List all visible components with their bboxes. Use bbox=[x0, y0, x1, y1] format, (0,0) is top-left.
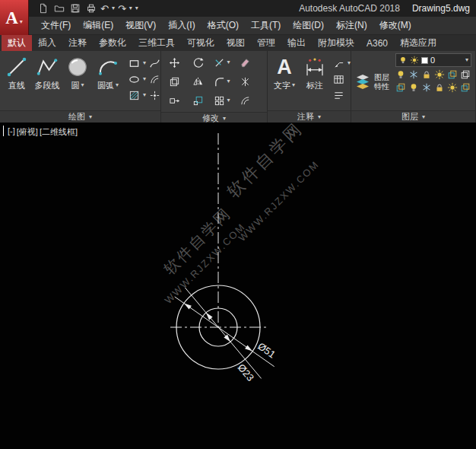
layer-lock-icon[interactable] bbox=[421, 69, 432, 80]
revision-cloud-icon[interactable] bbox=[148, 73, 161, 85]
polyline-label: 多段线 bbox=[35, 81, 60, 90]
explode-icon[interactable] bbox=[239, 75, 252, 88]
tab-parametric[interactable]: 参数化 bbox=[93, 35, 132, 51]
tab-featured-apps[interactable]: 精选应用 bbox=[394, 35, 443, 51]
stretch-icon[interactable] bbox=[168, 94, 181, 107]
layer-properties-button[interactable]: 图层特性 bbox=[351, 51, 394, 110]
circle-button[interactable]: 圆▾ bbox=[63, 53, 92, 110]
tab-a360[interactable]: A360 bbox=[360, 35, 394, 51]
text-style-icon[interactable] bbox=[332, 89, 345, 101]
tab-view[interactable]: 视图 bbox=[221, 35, 251, 51]
text-button[interactable]: A 文字▾ bbox=[270, 53, 299, 110]
menu-edit[interactable]: 编辑(E) bbox=[77, 17, 119, 34]
text-dropdown-icon[interactable]: ▾ bbox=[292, 82, 295, 88]
tab-3d-tools[interactable]: 三维工具 bbox=[132, 35, 181, 51]
layer-dropdown[interactable]: 0 ▾ bbox=[395, 53, 471, 67]
menu-format[interactable]: 格式(O) bbox=[202, 17, 245, 34]
viewport-visual-style-button[interactable]: [二维线框] bbox=[39, 126, 78, 138]
layer-thaw-icon[interactable] bbox=[421, 82, 432, 93]
tab-add-ins[interactable]: 附加模块 bbox=[312, 35, 360, 51]
menu-dimension[interactable]: 标注(N) bbox=[330, 17, 373, 34]
layer-properties-label: 图层特性 bbox=[374, 73, 392, 91]
modify-tools-grid: ▾ ▾ ▾ bbox=[161, 51, 259, 112]
copy-icon[interactable] bbox=[168, 75, 181, 88]
annotation-tools-column: ▾ bbox=[332, 53, 351, 110]
dimensions[interactable]: Ø51 Ø23 bbox=[175, 288, 278, 384]
rectangle-icon[interactable] bbox=[128, 57, 141, 69]
layer-viewport-icon[interactable] bbox=[447, 82, 458, 93]
viewport-menu-button[interactable]: [-] bbox=[7, 126, 16, 138]
layer-on-bulb-icon bbox=[398, 56, 408, 65]
layer-make-current-icon[interactable] bbox=[395, 82, 406, 93]
menu-file[interactable]: 文件(F) bbox=[35, 17, 77, 34]
arc-dropdown-icon[interactable]: ▾ bbox=[116, 82, 119, 88]
save-icon[interactable] bbox=[68, 2, 81, 14]
offset-icon[interactable] bbox=[239, 94, 252, 107]
line-button[interactable]: 直线 bbox=[2, 53, 31, 110]
array-dropdown-icon[interactable]: ▾ bbox=[227, 97, 230, 103]
layer-on-icon[interactable] bbox=[408, 82, 419, 93]
qat-customize-icon[interactable]: ▾ bbox=[135, 5, 138, 11]
dimension-button[interactable]: 标注 bbox=[300, 53, 329, 110]
dimension-icon bbox=[303, 56, 326, 78]
arc-button[interactable]: 圆弧▾ bbox=[94, 53, 122, 110]
scale-icon[interactable] bbox=[192, 94, 205, 107]
fillet-icon[interactable] bbox=[213, 75, 226, 88]
undo-icon[interactable]: ↶ bbox=[100, 4, 109, 14]
redo-dropdown-icon[interactable]: ▾ bbox=[129, 5, 132, 11]
drawing-canvas[interactable]: [-] [俯视] [二维线框] 软件自学网 WWW.RJZXW.COM 软件自学… bbox=[0, 123, 476, 449]
quick-access-toolbar: ↶ ▾ ↷ ▾ ▾ bbox=[33, 2, 138, 14]
panel-layers: 图层特性 0 ▾ bbox=[351, 51, 476, 123]
app-menu-button[interactable]: A ▾ bbox=[0, 0, 29, 35]
new-file-icon[interactable] bbox=[36, 2, 49, 14]
menu-tools[interactable]: 工具(T) bbox=[245, 17, 287, 34]
hatch-icon[interactable] bbox=[128, 89, 141, 101]
leader-icon[interactable] bbox=[332, 57, 345, 69]
erase-icon[interactable] bbox=[239, 56, 252, 68]
model-space[interactable]: 软件自学网 WWW.RJZXW.COM 软件自学网 WWW.RJZXW.COM bbox=[0, 123, 476, 449]
panel-label-draw[interactable]: 绘图 ▾ bbox=[0, 110, 160, 123]
menu-modify[interactable]: 修改(M) bbox=[373, 17, 417, 34]
panel-label-layers[interactable]: 图层 ▾ bbox=[351, 110, 475, 123]
ellipse-icon[interactable] bbox=[128, 73, 141, 85]
array-icon[interactable] bbox=[213, 94, 226, 107]
redo-icon[interactable]: ↷ bbox=[118, 4, 126, 14]
annotation-panel-title: 注释 bbox=[297, 111, 314, 123]
panel-label-annotation[interactable]: 注释 ▾ bbox=[268, 110, 351, 123]
menu-view[interactable]: 视图(V) bbox=[119, 17, 162, 34]
menu-insert[interactable]: 插入(I) bbox=[162, 17, 201, 34]
undo-dropdown-icon[interactable]: ▾ bbox=[112, 5, 115, 11]
polyline-button[interactable]: 多段线 bbox=[33, 53, 62, 110]
tab-insert[interactable]: 插入 bbox=[32, 35, 62, 51]
layer-walk-icon[interactable] bbox=[460, 69, 471, 80]
menu-draw[interactable]: 绘图(D) bbox=[287, 17, 330, 34]
tab-home[interactable]: 默认 bbox=[2, 35, 32, 51]
tab-output[interactable]: 输出 bbox=[281, 35, 312, 51]
layer-unlock-icon[interactable] bbox=[434, 82, 445, 93]
layer-off-icon[interactable] bbox=[395, 69, 406, 80]
leader-dropdown-icon[interactable]: ▾ bbox=[347, 60, 351, 66]
layer-isolate-icon[interactable] bbox=[434, 69, 445, 80]
trim-dropdown-icon[interactable]: ▾ bbox=[227, 59, 230, 65]
tab-annotate[interactable]: 注释 bbox=[62, 35, 93, 51]
viewport-view-button[interactable]: [俯视] bbox=[16, 126, 39, 138]
rotate-icon[interactable] bbox=[192, 56, 205, 68]
move-icon[interactable] bbox=[168, 56, 181, 68]
fillet-dropdown-icon[interactable]: ▾ bbox=[227, 78, 230, 84]
open-file-icon[interactable] bbox=[52, 2, 65, 14]
circle-dropdown-icon[interactable]: ▾ bbox=[81, 82, 84, 88]
plot-icon[interactable] bbox=[84, 2, 97, 14]
rectangle-dropdown-icon[interactable]: ▾ bbox=[143, 60, 146, 66]
tab-manage[interactable]: 管理 bbox=[251, 35, 281, 51]
layer-match-icon[interactable] bbox=[447, 69, 458, 80]
ellipse-dropdown-icon[interactable]: ▾ bbox=[143, 76, 146, 82]
table-icon[interactable] bbox=[332, 73, 345, 85]
tab-visualize[interactable]: 可视化 bbox=[181, 35, 221, 51]
layer-freeze-icon[interactable] bbox=[408, 69, 419, 80]
trim-icon[interactable] bbox=[213, 56, 226, 68]
point-icon[interactable] bbox=[148, 89, 161, 101]
layer-prev-icon[interactable] bbox=[460, 82, 471, 93]
hatch-dropdown-icon[interactable]: ▾ bbox=[143, 92, 146, 98]
spline-icon[interactable] bbox=[148, 57, 161, 69]
mirror-icon[interactable] bbox=[192, 75, 205, 88]
